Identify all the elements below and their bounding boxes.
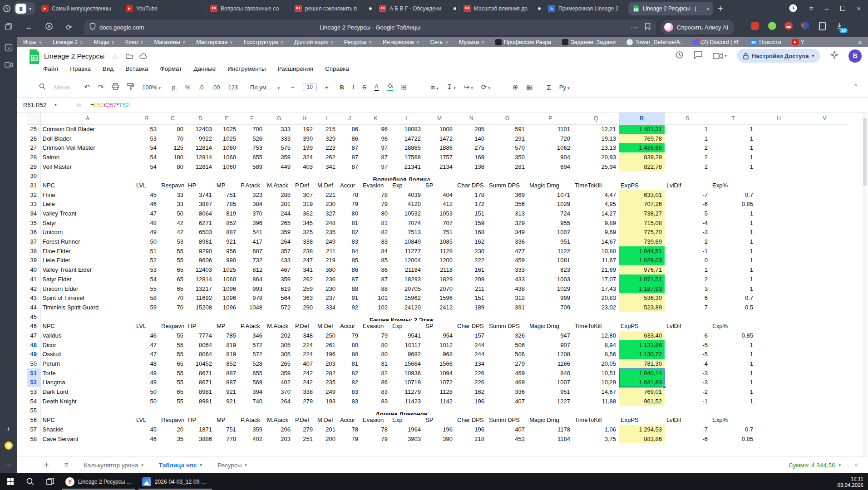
cell-M43[interactable]: 1596	[424, 293, 455, 303]
cell-Q40[interactable]: 21,69	[573, 265, 619, 274]
table-header-cell[interactable]: NPC	[40, 321, 134, 331]
cell-N54[interactable]: 196	[455, 397, 487, 406]
browser-tab-5[interactable]: А Б В Г - Обсуждени	[375, 2, 460, 15]
row-header-41[interactable]: 41	[27, 274, 40, 284]
cell-A58[interactable]: Cave Servant	[40, 434, 134, 444]
empty-cell[interactable]	[756, 359, 802, 368]
empty-cell[interactable]	[802, 181, 848, 190]
cell-R43[interactable]: 536,30	[619, 293, 665, 303]
cell-L57[interactable]: 1964	[390, 425, 424, 434]
cell-L52[interactable]: 10719	[390, 378, 424, 387]
cell-M28[interactable]: 1757	[424, 152, 455, 162]
extension-clipboard-icon[interactable]	[817, 21, 827, 31]
browser-tab-6[interactable]: Масштаб влияния до	[460, 2, 544, 15]
empty-cell[interactable]	[802, 293, 848, 303]
cell-F42[interactable]: 993	[239, 284, 265, 294]
cell-I42[interactable]: 230	[316, 284, 338, 294]
cell-Q43[interactable]: 20,83	[573, 293, 619, 303]
cell-E48[interactable]: 819	[215, 340, 239, 350]
cell-N27[interactable]: 275	[455, 143, 487, 152]
cell-A26[interactable]: Doll Blader	[40, 134, 134, 143]
cell-T50[interactable]: 1	[710, 359, 756, 368]
cell-D33[interactable]: 3887	[186, 200, 215, 209]
cell-G32[interactable]: 288	[265, 190, 293, 200]
cell-D58[interactable]: 3886	[186, 434, 215, 444]
cell-O49[interactable]: 506	[487, 350, 528, 359]
cell-T36[interactable]: 1	[710, 228, 756, 237]
cell-G25[interactable]: 333	[265, 124, 293, 134]
empty-cell[interactable]	[802, 124, 848, 134]
cell-N51[interactable]: 226	[455, 368, 487, 378]
cell-T53[interactable]: 1	[710, 387, 756, 397]
cell-K53[interactable]: 83	[361, 387, 390, 397]
cell-O29[interactable]: 281	[487, 162, 528, 172]
row-header-30[interactable]: 30	[27, 171, 40, 181]
cell-H25[interactable]: 192	[293, 124, 316, 134]
cell-P53[interactable]: 951	[528, 387, 573, 397]
ask-alisa-button[interactable]: Спросить Алису AI	[661, 20, 735, 34]
empty-cell[interactable]	[802, 378, 848, 387]
cell-J25[interactable]: 86	[338, 124, 361, 134]
cell-K44[interactable]: 102	[361, 303, 390, 312]
cell-B53[interactable]: 50	[134, 387, 159, 397]
cell-J39[interactable]: 85	[338, 256, 361, 265]
cell-A48[interactable]: Dicor	[40, 340, 134, 350]
cell-E42[interactable]: 1096	[215, 284, 239, 294]
menu-3[interactable]: Вид	[103, 65, 113, 72]
cell-B38[interactable]: 51	[134, 246, 159, 256]
cell-H27[interactable]: 199	[293, 143, 316, 152]
empty-cell[interactable]	[756, 209, 802, 218]
table-header-cell[interactable]: P.Def	[293, 415, 316, 425]
cell-E57[interactable]: 751	[215, 425, 239, 434]
cell-O27[interactable]: 570	[487, 143, 528, 152]
bold-button[interactable]: B	[340, 84, 344, 91]
cell-F58[interactable]: 402	[239, 434, 265, 444]
column-header-M[interactable]: M	[424, 113, 455, 124]
cell-A51[interactable]: Torfe	[40, 368, 134, 378]
cell-Q52[interactable]: 10,29	[573, 378, 619, 387]
cell-O44[interactable]: 391	[487, 303, 528, 312]
column-header-Q[interactable]: Q	[573, 113, 619, 124]
cell-M50[interactable]: 1566	[424, 359, 455, 368]
cell-H29[interactable]: 403	[293, 162, 316, 172]
empty-cell[interactable]	[756, 246, 802, 256]
table-header-cell[interactable]: Magic Dmg	[528, 181, 573, 190]
cell-B52[interactable]: 49	[134, 378, 159, 387]
cell-H58[interactable]: 251	[293, 434, 316, 444]
cell-G47[interactable]: 202	[265, 331, 293, 340]
table-header-cell[interactable]: ExpPS	[619, 321, 665, 331]
cell-M53[interactable]: 1128	[424, 387, 455, 397]
cell-Q33[interactable]: 4,95	[573, 200, 619, 209]
tab-history-clock-icon[interactable]	[0, 5, 14, 13]
cell-N39[interactable]: 222	[455, 256, 487, 265]
cell-T38[interactable]: 1	[710, 246, 756, 256]
cell-P39[interactable]: 1081	[528, 256, 573, 265]
cell-J51[interactable]: 82	[338, 368, 361, 378]
bookmark-link-5[interactable]: ВКНовости	[750, 39, 781, 45]
collapse-toolbar-icon[interactable]: ^	[854, 83, 857, 89]
cell-B57[interactable]: 45	[134, 425, 159, 434]
cell-C48[interactable]: 55	[159, 340, 186, 350]
cell-Q34[interactable]: 14,27	[573, 209, 619, 218]
cell-R52[interactable]: 1 041,83	[619, 378, 665, 387]
cell-S47[interactable]: -6	[665, 331, 710, 340]
cell-K37[interactable]: 83	[361, 237, 390, 246]
cell-M52[interactable]: 1072	[424, 378, 455, 387]
cell-C39[interactable]: 55	[159, 256, 186, 265]
restore-icon[interactable]	[840, 5, 845, 12]
cell-R48[interactable]: 1 131,86	[619, 340, 665, 350]
bookmark-link-4[interactable]: (2) Discord | #Г	[692, 39, 740, 45]
cell-A44[interactable]: Timiniels Spirit Guard	[40, 303, 134, 312]
cell-S57[interactable]: -7	[665, 425, 710, 434]
meet-camera-icon[interactable]: ▾	[713, 53, 727, 59]
cell-S36[interactable]: -3	[665, 228, 710, 237]
cell-J26[interactable]: 86	[338, 134, 361, 143]
table-header-cell[interactable]: Summ DPS	[487, 415, 528, 425]
cell-K25[interactable]: 96	[361, 124, 390, 134]
cell-L51[interactable]: 10936	[390, 368, 424, 378]
cell-R54[interactable]: 961,52	[619, 397, 665, 406]
cell-F43[interactable]: 978	[239, 293, 265, 303]
table-header-cell[interactable]: LvlDif	[665, 181, 710, 190]
cell-F26[interactable]: 526	[239, 134, 265, 143]
empty-cell[interactable]	[802, 274, 848, 284]
